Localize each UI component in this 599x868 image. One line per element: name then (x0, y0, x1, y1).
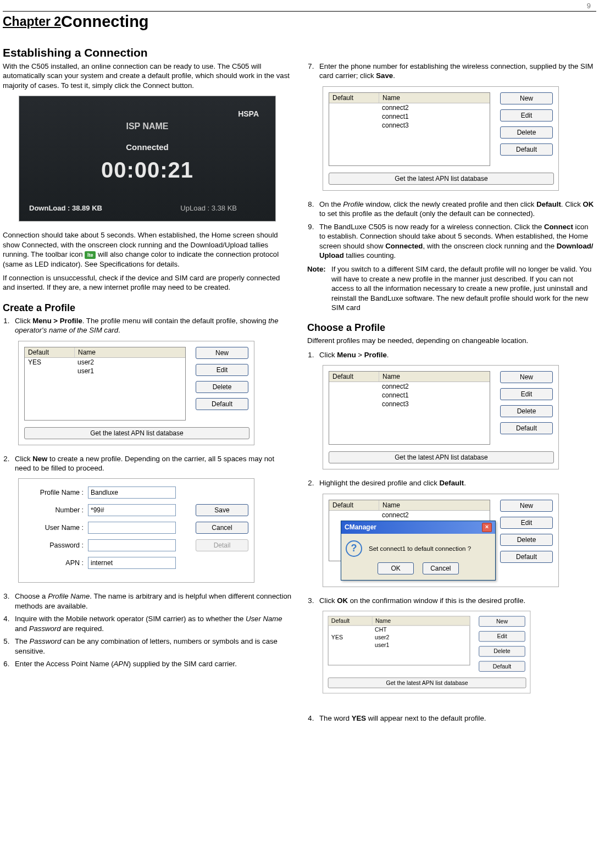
section-create-profile: Create a Profile (3, 302, 292, 314)
figure-profile-window-1: Default Name YESuser2 user1 New Edit Del… (18, 341, 254, 445)
apn-database-button[interactable]: Get the latest APN list database (329, 173, 554, 185)
table-row[interactable]: connect1 (329, 391, 490, 400)
table-row[interactable]: connect3 (329, 400, 490, 408)
close-icon[interactable]: × (482, 523, 492, 532)
note-text: If you switch to a different SIM card, t… (329, 264, 596, 312)
apn-database-button[interactable]: Get the latest APN list database (329, 451, 554, 463)
new-button[interactable]: New (196, 347, 248, 359)
dialog-message: Set connect1 to default connection ? (369, 545, 471, 552)
apn-database-button[interactable]: Get the latest APN list database (328, 678, 526, 688)
delete-button[interactable]: Delete (479, 646, 525, 656)
table-row[interactable]: connect3 (329, 121, 490, 130)
top-rule (3, 11, 596, 12)
figure-profile-window-2: DefaultName connect2 connect1 connect3 N… (323, 86, 559, 191)
choose-step-1: Click Menu > Profile. (316, 350, 596, 360)
label-password: Password : (24, 541, 88, 549)
label-user-name: User Name : (24, 524, 88, 532)
default-button[interactable]: Default (500, 143, 553, 156)
label-hspa: HSPA (238, 109, 259, 118)
new-button[interactable]: New (500, 92, 553, 104)
input-number[interactable]: *99# (88, 504, 176, 516)
confirm-dialog: CManager × ? Set connect1 to default con… (341, 521, 496, 580)
profile-table[interactable]: DefaultName connect2 connect1 connect3 (329, 371, 490, 445)
apn-database-button[interactable]: Get the latest APN list database (24, 427, 249, 439)
input-password[interactable] (88, 539, 176, 551)
input-user-name[interactable] (88, 522, 176, 534)
create-step-3: Choose a Profile Name. The name is arbit… (12, 591, 292, 611)
label-upload: UpLoad : 3.38 KB (180, 204, 237, 212)
edit-button[interactable]: Edit (479, 631, 525, 642)
default-button[interactable]: Default (479, 661, 525, 672)
question-icon: ? (346, 540, 362, 557)
lte-icon: lte (85, 251, 96, 259)
table-row[interactable]: YESuser2 (25, 358, 185, 367)
col-name: Name (75, 347, 185, 357)
label-apn: APN : (24, 559, 88, 567)
note-label: Note: (307, 264, 329, 312)
table-row[interactable]: CHT (329, 626, 470, 633)
chapter-title: Chapter 2Connecting (3, 13, 596, 31)
chapter-label: Chapter 2 (3, 14, 61, 29)
intro-paragraph: With the C505 installed, an online conne… (3, 62, 292, 90)
create-step-2: Click New to create a new profile. Depen… (12, 454, 292, 473)
edit-button[interactable]: Edit (500, 517, 553, 529)
new-button[interactable]: New (500, 371, 553, 383)
table-row[interactable]: connect1 (329, 112, 490, 121)
label-connected: Connected (19, 142, 275, 152)
edit-button[interactable]: Edit (196, 364, 248, 376)
choose-step-4: The word YES will appear next to the def… (316, 714, 596, 723)
create-step-1: Click Menu > Profile. The profile menu w… (12, 316, 292, 335)
save-button[interactable]: Save (196, 504, 248, 516)
create-step-6: Enter the Access Point Name (APN) suppli… (12, 659, 292, 668)
delete-button[interactable]: Delete (500, 534, 553, 546)
table-row[interactable]: connect2 (329, 382, 490, 391)
new-button[interactable]: New (479, 616, 525, 627)
create-step-5: The Password can be any combination of l… (12, 637, 292, 656)
edit-button[interactable]: Edit (500, 388, 553, 400)
profile-table[interactable]: Default Name YESuser2 user1 (24, 347, 186, 421)
label-profile-name: Profile Name : (24, 489, 88, 496)
page-number: 9 (3, 0, 596, 11)
label-isp-name: ISP NAME (19, 121, 275, 131)
note-block: Note: If you switch to a different SIM c… (307, 264, 596, 312)
dialog-title: CManager (345, 523, 376, 531)
delete-button[interactable]: Delete (500, 126, 553, 139)
table-row[interactable]: connect2 (329, 103, 490, 112)
input-profile-name[interactable]: Bandluxe (88, 486, 176, 499)
default-button[interactable]: Default (196, 398, 248, 410)
table-row[interactable]: user1 (329, 642, 470, 649)
cancel-button[interactable]: Cancel (423, 562, 459, 574)
choose-intro: Different profiles may be needed, depend… (307, 336, 596, 345)
create-step-8: On the Profile window, click the newly c… (316, 200, 596, 219)
label-number: Number : (24, 506, 88, 514)
choose-step-3: Click OK on the confirmation window if t… (316, 596, 596, 605)
input-apn[interactable]: internet (88, 557, 176, 569)
new-button[interactable]: New (500, 500, 553, 512)
chapter-name: Connecting (61, 13, 149, 30)
table-row[interactable]: YESuser2 (329, 634, 470, 642)
cancel-button[interactable]: Cancel (196, 522, 248, 534)
label-clock: 00:00:21 (19, 158, 275, 183)
col-default: Default (25, 347, 75, 357)
connection-paragraph-2: If connection is unsuccessful, check if … (3, 273, 292, 292)
default-button[interactable]: Default (500, 422, 553, 434)
create-step-7: Enter the phone number for establishing … (316, 62, 596, 81)
figure-connected-screen: HSPA ISP NAME Connected 00:00:21 DownLoa… (19, 96, 276, 222)
create-step-9: The BandLuxe C505 is now ready for a wir… (316, 222, 596, 261)
figure-profile-window-3: DefaultName connect2 connect1 connect3 N… (323, 365, 559, 469)
delete-button[interactable]: Delete (500, 405, 553, 417)
profile-table[interactable]: DefaultName connect2 connect1 connect3 (329, 92, 490, 166)
edit-button[interactable]: Edit (500, 109, 553, 121)
ok-button[interactable]: OK (378, 562, 414, 574)
section-choose-profile: Choose a Profile (307, 322, 596, 334)
table-row[interactable]: user1 (25, 367, 185, 375)
figure-new-profile-form: Profile Name :Bandluxe Number :*99# User… (18, 478, 254, 583)
delete-button[interactable]: Delete (196, 381, 248, 393)
default-button[interactable]: Default (500, 551, 553, 563)
profile-table[interactable]: DefaultName CHT YESuser2 user1 (328, 616, 470, 666)
table-row[interactable]: connect2 (329, 511, 490, 519)
create-step-4: Inquire with the Mobile network operator… (12, 614, 292, 633)
label-download: DownLoad : 38.89 KB (29, 204, 102, 212)
choose-step-2: Highlight the desired profile and click … (316, 478, 596, 488)
connection-paragraph-1: Connection should take about 5 seconds. … (3, 230, 292, 269)
